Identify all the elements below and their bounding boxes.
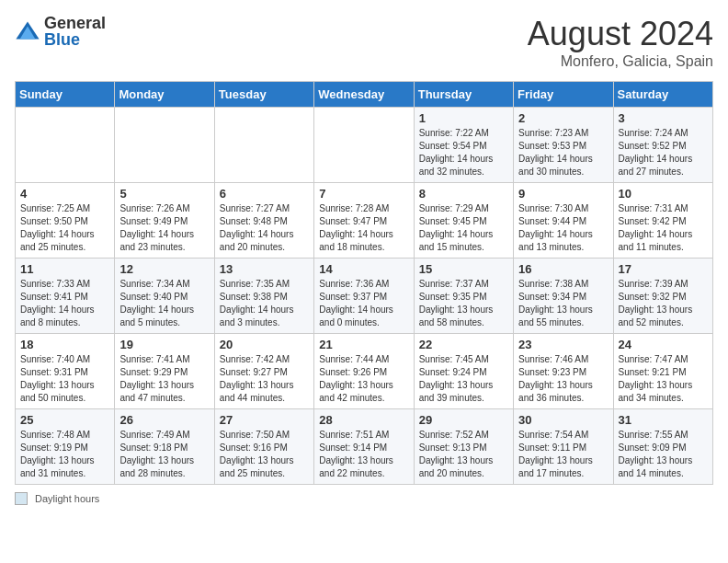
day-number: 24 bbox=[619, 338, 708, 351]
day-info: Sunrise: 7:30 AMSunset: 9:44 PMDaylight:… bbox=[518, 202, 608, 254]
page-header: General Blue August 2024 Monfero, Galici… bbox=[15, 15, 713, 70]
day-info: Sunrise: 7:24 AMSunset: 9:52 PMDaylight:… bbox=[619, 127, 708, 178]
day-number: 6 bbox=[220, 187, 309, 201]
day-number: 18 bbox=[20, 338, 109, 351]
day-info: Sunrise: 7:25 AMSunset: 9:50 PMDaylight:… bbox=[20, 202, 109, 254]
calendar-week-row: 4Sunrise: 7:25 AMSunset: 9:50 PMDaylight… bbox=[16, 183, 713, 259]
calendar-cell: 6Sunrise: 7:27 AMSunset: 9:48 PMDaylight… bbox=[214, 183, 313, 259]
calendar-cell: 24Sunrise: 7:47 AMSunset: 9:21 PMDayligh… bbox=[613, 334, 712, 409]
day-number: 17 bbox=[619, 262, 708, 276]
calendar-cell: 5Sunrise: 7:26 AMSunset: 9:49 PMDaylight… bbox=[115, 183, 214, 259]
calendar-cell: 20Sunrise: 7:42 AMSunset: 9:27 PMDayligh… bbox=[214, 334, 313, 409]
day-info: Sunrise: 7:33 AMSunset: 9:41 PMDaylight:… bbox=[20, 278, 109, 329]
calendar-cell: 31Sunrise: 7:55 AMSunset: 9:09 PMDayligh… bbox=[613, 409, 712, 485]
day-info: Sunrise: 7:31 AMSunset: 9:42 PMDaylight:… bbox=[619, 202, 708, 254]
day-number: 12 bbox=[119, 262, 209, 276]
day-info: Sunrise: 7:50 AMSunset: 9:16 PMDaylight:… bbox=[220, 429, 309, 480]
day-number: 13 bbox=[220, 262, 309, 276]
month-year-title: August 2024 bbox=[528, 15, 713, 53]
day-info: Sunrise: 7:45 AMSunset: 9:24 PMDaylight:… bbox=[419, 353, 508, 405]
calendar-cell: 18Sunrise: 7:40 AMSunset: 9:31 PMDayligh… bbox=[16, 334, 115, 409]
day-number: 30 bbox=[518, 413, 608, 427]
day-number: 16 bbox=[518, 262, 608, 276]
header-monday: Monday bbox=[115, 82, 214, 108]
day-info: Sunrise: 7:54 AMSunset: 9:11 PMDaylight:… bbox=[518, 429, 608, 480]
day-info: Sunrise: 7:28 AMSunset: 9:47 PMDaylight:… bbox=[319, 202, 408, 254]
calendar-cell: 25Sunrise: 7:48 AMSunset: 9:19 PMDayligh… bbox=[16, 409, 115, 485]
day-info: Sunrise: 7:49 AMSunset: 9:18 PMDaylight:… bbox=[119, 429, 209, 480]
day-info: Sunrise: 7:23 AMSunset: 9:53 PMDaylight:… bbox=[518, 127, 608, 178]
calendar-cell: 13Sunrise: 7:35 AMSunset: 9:38 PMDayligh… bbox=[214, 259, 313, 334]
calendar-cell: 12Sunrise: 7:34 AMSunset: 9:40 PMDayligh… bbox=[115, 259, 214, 334]
day-info: Sunrise: 7:55 AMSunset: 9:09 PMDaylight:… bbox=[619, 429, 708, 480]
calendar-cell: 4Sunrise: 7:25 AMSunset: 9:50 PMDaylight… bbox=[16, 183, 115, 259]
header-saturday: Saturday bbox=[613, 82, 712, 108]
calendar-cell: 30Sunrise: 7:54 AMSunset: 9:11 PMDayligh… bbox=[514, 409, 613, 485]
header-thursday: Thursday bbox=[414, 82, 513, 108]
daylight-legend-box bbox=[15, 492, 28, 505]
calendar-header-row: SundayMondayTuesdayWednesdayThursdayFrid… bbox=[16, 82, 713, 108]
day-number: 25 bbox=[20, 413, 109, 427]
day-number: 20 bbox=[220, 338, 309, 351]
day-info: Sunrise: 7:36 AMSunset: 9:37 PMDaylight:… bbox=[319, 278, 408, 329]
day-info: Sunrise: 7:51 AMSunset: 9:14 PMDaylight:… bbox=[319, 429, 408, 480]
day-info: Sunrise: 7:39 AMSunset: 9:32 PMDaylight:… bbox=[619, 278, 708, 329]
calendar-cell: 3Sunrise: 7:24 AMSunset: 9:52 PMDaylight… bbox=[613, 108, 712, 183]
header-friday: Friday bbox=[514, 82, 613, 108]
day-info: Sunrise: 7:22 AMSunset: 9:54 PMDaylight:… bbox=[419, 127, 508, 178]
day-number: 3 bbox=[619, 111, 708, 125]
day-info: Sunrise: 7:38 AMSunset: 9:34 PMDaylight:… bbox=[518, 278, 608, 329]
day-number: 27 bbox=[220, 413, 309, 427]
logo-icon bbox=[15, 18, 40, 44]
day-number: 21 bbox=[319, 338, 408, 351]
logo: General Blue bbox=[15, 15, 106, 48]
day-info: Sunrise: 7:37 AMSunset: 9:35 PMDaylight:… bbox=[419, 278, 508, 329]
day-number: 29 bbox=[419, 413, 508, 427]
day-number: 26 bbox=[119, 413, 209, 427]
calendar-cell: 26Sunrise: 7:49 AMSunset: 9:18 PMDayligh… bbox=[115, 409, 214, 485]
calendar-cell: 14Sunrise: 7:36 AMSunset: 9:37 PMDayligh… bbox=[314, 259, 414, 334]
title-block: August 2024 Monfero, Galicia, Spain bbox=[528, 15, 713, 70]
calendar-cell bbox=[115, 108, 214, 183]
day-info: Sunrise: 7:47 AMSunset: 9:21 PMDaylight:… bbox=[619, 353, 708, 405]
logo-blue-text: Blue bbox=[44, 31, 106, 48]
calendar-cell: 17Sunrise: 7:39 AMSunset: 9:32 PMDayligh… bbox=[613, 259, 712, 334]
day-number: 14 bbox=[319, 262, 408, 276]
day-info: Sunrise: 7:48 AMSunset: 9:19 PMDaylight:… bbox=[20, 429, 109, 480]
calendar-week-row: 11Sunrise: 7:33 AMSunset: 9:41 PMDayligh… bbox=[16, 259, 713, 334]
calendar-cell bbox=[214, 108, 313, 183]
calendar-cell: 7Sunrise: 7:28 AMSunset: 9:47 PMDaylight… bbox=[314, 183, 414, 259]
calendar-cell: 1Sunrise: 7:22 AMSunset: 9:54 PMDaylight… bbox=[414, 108, 513, 183]
day-number: 2 bbox=[518, 111, 608, 125]
calendar-cell: 16Sunrise: 7:38 AMSunset: 9:34 PMDayligh… bbox=[514, 259, 613, 334]
calendar-cell: 27Sunrise: 7:50 AMSunset: 9:16 PMDayligh… bbox=[214, 409, 313, 485]
day-number: 28 bbox=[319, 413, 408, 427]
calendar-cell: 19Sunrise: 7:41 AMSunset: 9:29 PMDayligh… bbox=[115, 334, 214, 409]
day-number: 22 bbox=[419, 338, 508, 351]
day-info: Sunrise: 7:46 AMSunset: 9:23 PMDaylight:… bbox=[518, 353, 608, 405]
calendar-cell: 29Sunrise: 7:52 AMSunset: 9:13 PMDayligh… bbox=[414, 409, 513, 485]
day-number: 9 bbox=[518, 187, 608, 201]
day-number: 5 bbox=[119, 187, 209, 201]
day-info: Sunrise: 7:29 AMSunset: 9:45 PMDaylight:… bbox=[419, 202, 508, 254]
logo-general-text: General bbox=[44, 15, 106, 31]
day-info: Sunrise: 7:26 AMSunset: 9:49 PMDaylight:… bbox=[119, 202, 209, 254]
day-info: Sunrise: 7:44 AMSunset: 9:26 PMDaylight:… bbox=[319, 353, 408, 405]
logo-text: General Blue bbox=[44, 15, 106, 48]
day-info: Sunrise: 7:34 AMSunset: 9:40 PMDaylight:… bbox=[119, 278, 209, 329]
header-wednesday: Wednesday bbox=[314, 82, 414, 108]
calendar-cell: 28Sunrise: 7:51 AMSunset: 9:14 PMDayligh… bbox=[314, 409, 414, 485]
day-info: Sunrise: 7:52 AMSunset: 9:13 PMDaylight:… bbox=[419, 429, 508, 480]
day-number: 8 bbox=[419, 187, 508, 201]
calendar-cell: 15Sunrise: 7:37 AMSunset: 9:35 PMDayligh… bbox=[414, 259, 513, 334]
calendar-cell: 8Sunrise: 7:29 AMSunset: 9:45 PMDaylight… bbox=[414, 183, 513, 259]
calendar-week-row: 18Sunrise: 7:40 AMSunset: 9:31 PMDayligh… bbox=[16, 334, 713, 409]
day-info: Sunrise: 7:40 AMSunset: 9:31 PMDaylight:… bbox=[20, 353, 109, 405]
calendar-cell: 2Sunrise: 7:23 AMSunset: 9:53 PMDaylight… bbox=[514, 108, 613, 183]
day-number: 10 bbox=[619, 187, 708, 201]
calendar-cell: 10Sunrise: 7:31 AMSunset: 9:42 PMDayligh… bbox=[613, 183, 712, 259]
calendar-cell: 21Sunrise: 7:44 AMSunset: 9:26 PMDayligh… bbox=[314, 334, 414, 409]
day-number: 23 bbox=[518, 338, 608, 351]
day-info: Sunrise: 7:41 AMSunset: 9:29 PMDaylight:… bbox=[119, 353, 209, 405]
calendar-week-row: 25Sunrise: 7:48 AMSunset: 9:19 PMDayligh… bbox=[16, 409, 713, 485]
